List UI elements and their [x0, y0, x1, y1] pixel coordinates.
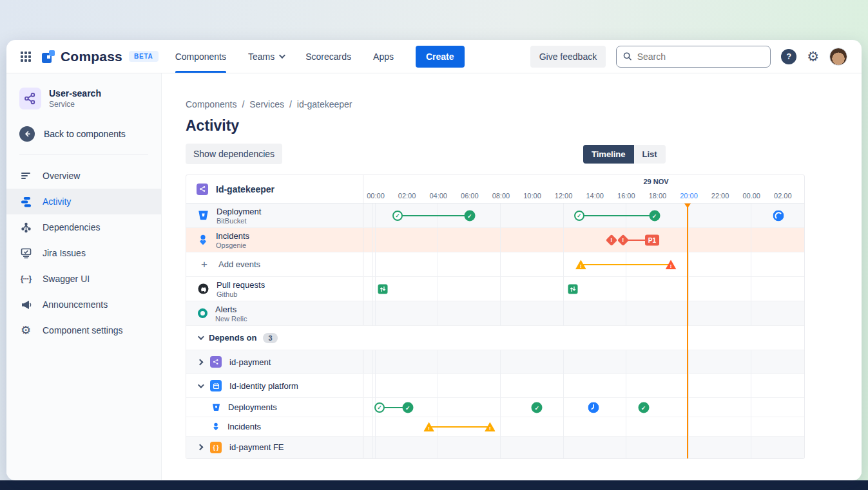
chevron-right-icon[interactable]	[197, 444, 204, 451]
pr-marker[interactable]	[568, 285, 578, 294]
megaphone-icon	[19, 299, 32, 310]
sidebar-item-activity[interactable]: Activity	[6, 189, 161, 214]
depends-on-header[interactable]: Depends on 3	[186, 326, 804, 350]
chevron-down-icon[interactable]	[198, 382, 204, 388]
timeline-row-alerts: AlertsNew Relic	[186, 301, 804, 326]
check-solid-marker[interactable]: ✓	[638, 402, 649, 413]
depends-count-badge: 3	[263, 333, 277, 343]
check-solid-marker[interactable]: ✓	[464, 211, 475, 221]
incidents-track: !!P1	[363, 228, 804, 252]
new-relic-icon	[198, 308, 207, 318]
search-input[interactable]	[637, 52, 764, 62]
settings-gear-icon[interactable]: ⚙	[807, 50, 819, 63]
beta-badge: BETA	[129, 51, 159, 62]
sidebar-divider	[19, 155, 148, 155]
row-id-payment-fe[interactable]: { } id-payment FE	[186, 437, 804, 458]
check-solid-marker[interactable]: ✓	[649, 211, 660, 221]
nav-item-components[interactable]: Components	[175, 40, 226, 73]
timeline-row-deployment: DeploymentBitBucket ✓✓✓✓	[186, 203, 804, 228]
gatekeeper-service-icon	[197, 184, 208, 195]
check-outline-marker[interactable]: ✓	[392, 211, 403, 221]
time-tick-label: 16:00	[617, 192, 635, 200]
progress-marker[interactable]	[773, 211, 784, 221]
page-title: Activity	[186, 117, 862, 135]
search-box[interactable]	[616, 46, 771, 68]
timeline-body: DeploymentBitBucket ✓✓✓✓ IncidentsOpsgen…	[186, 203, 804, 458]
event-segment	[398, 215, 470, 216]
timeline-row-add-events[interactable]: + Add events !!	[186, 252, 804, 277]
nav-right-group: Give feedback ? ⚙	[530, 46, 847, 68]
breadcrumb-id-gatekeeper[interactable]: id-gatekeeper	[297, 99, 352, 109]
event-segment	[579, 215, 655, 216]
dependencies-icon	[19, 222, 32, 233]
timeline-card: Id-gatekeeper 00:0002:0004:0006:0008:001…	[186, 174, 805, 459]
service-icon	[19, 88, 41, 109]
time-tick-label: 08:00	[492, 192, 510, 200]
service-icon	[210, 356, 222, 368]
chevron-down-icon[interactable]	[198, 334, 204, 340]
component-header: User-search Service	[6, 88, 161, 121]
time-tick-label: 04:00	[429, 192, 447, 200]
compass-logo[interactable]: Compass	[41, 49, 122, 64]
chevron-down-icon	[279, 52, 285, 59]
identity-deployments-track: ✓✓✓✓	[363, 398, 804, 417]
sidebar-item-component-settings[interactable]: ⚙ Component settings	[6, 317, 161, 343]
check-outline-marker[interactable]: ✓	[374, 402, 385, 413]
nav-item-teams[interactable]: Teams	[248, 40, 284, 73]
time-tick-label: 06:00	[461, 192, 479, 200]
toolbar: Show dependencies Timeline List	[186, 144, 862, 164]
calendar-icon	[210, 380, 222, 391]
view-toggle: Timeline List	[583, 145, 666, 164]
help-icon[interactable]: ?	[781, 49, 796, 64]
timeline-header: Id-gatekeeper 00:0002:0004:0006:0008:001…	[186, 175, 804, 203]
create-button[interactable]: Create	[416, 46, 465, 68]
identity-incidents-track: !!	[363, 417, 804, 437]
breadcrumb-components[interactable]: Components	[186, 99, 236, 109]
incident-marker[interactable]: !	[606, 234, 617, 246]
row-id-payment[interactable]: id-payment	[186, 350, 804, 374]
sidebar-item-overview[interactable]: Overview	[6, 163, 161, 189]
component-name: User-search	[49, 88, 101, 99]
deployment-track: ✓✓✓✓	[363, 203, 804, 228]
check-solid-marker[interactable]: ✓	[402, 402, 413, 413]
pr-marker[interactable]	[378, 285, 387, 294]
give-feedback-button[interactable]: Give feedback	[530, 46, 606, 68]
chevron-right-icon[interactable]	[197, 359, 204, 365]
clock-marker[interactable]	[588, 402, 599, 413]
swagger-icon: {···}	[19, 274, 32, 283]
row-identity-deployments: Deployments ✓✓✓✓	[186, 398, 804, 417]
gear-icon: ⚙	[19, 325, 32, 336]
list-tab[interactable]: List	[634, 145, 666, 164]
sidebar-item-jira-issues[interactable]: Jira Issues	[6, 240, 161, 266]
row-id-identity-platform[interactable]: Id-identity platform	[186, 374, 804, 398]
show-dependencies-button[interactable]: Show dependencies	[186, 144, 282, 164]
check-solid-marker[interactable]: ✓	[532, 402, 543, 413]
plus-icon: +	[198, 258, 211, 271]
timeline-tab[interactable]: Timeline	[583, 145, 634, 164]
jira-issues-icon	[19, 248, 32, 259]
main-content: Components/ Services/ id-gatekeeper Acti…	[162, 73, 862, 480]
breadcrumb-services[interactable]: Services	[249, 99, 284, 109]
event-segment	[581, 264, 671, 265]
time-tick-label: 20:00	[680, 192, 698, 200]
user-avatar[interactable]	[829, 48, 847, 66]
component-type: Service	[49, 100, 101, 109]
nav-item-apps[interactable]: Apps	[373, 40, 394, 73]
nav-item-scorecards[interactable]: Scorecards	[305, 40, 351, 73]
id-payment-track	[363, 350, 804, 374]
time-tick-label: 12:00	[555, 192, 573, 200]
p1-marker[interactable]: P1	[645, 235, 659, 246]
incident-marker[interactable]: !	[617, 234, 629, 246]
bitbucket-icon	[212, 403, 220, 411]
time-tick-label: 10:00	[523, 192, 541, 200]
timeline-row-pull-requests: Pull requestsGithub	[186, 277, 804, 301]
breadcrumb: Components/ Services/ id-gatekeeper	[186, 99, 862, 109]
sidebar-item-swagger-ui[interactable]: {···} Swagger UI	[6, 266, 161, 292]
timeline-component-name: Id-gatekeeper	[216, 184, 275, 194]
check-outline-marker[interactable]: ✓	[574, 211, 584, 221]
app-switcher-icon[interactable]	[21, 52, 31, 62]
sidebar-item-dependencies[interactable]: Dependencies	[6, 214, 161, 240]
backdrop-bottom-bar	[0, 480, 868, 490]
back-to-components[interactable]: Back to components	[6, 121, 161, 147]
sidebar-item-announcements[interactable]: Announcements	[6, 292, 161, 317]
